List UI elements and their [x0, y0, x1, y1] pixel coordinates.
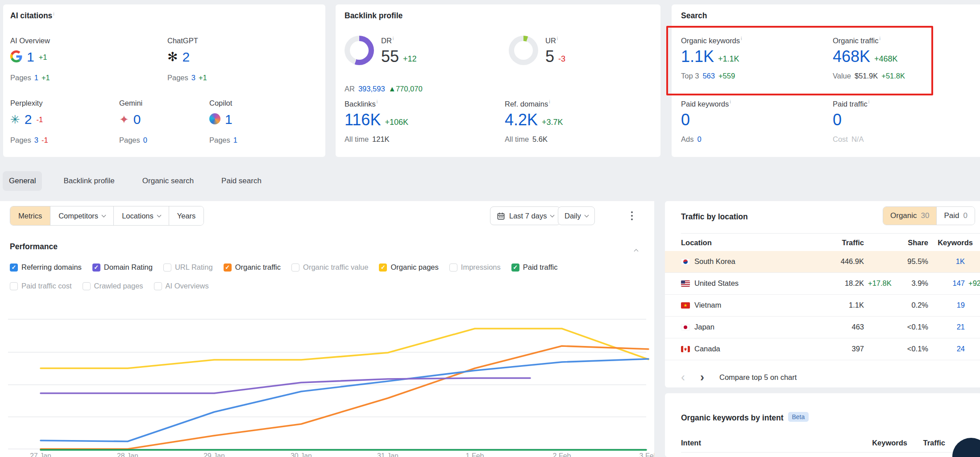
locations-button[interactable]: Locations — [114, 206, 169, 225]
pages-count[interactable]: 3 — [191, 74, 195, 82]
value-label: Value — [833, 72, 851, 80]
keywords-link[interactable]: 1K — [956, 257, 965, 266]
organic-traffic-block: Organic traffici 468K +468K Value $51.9K… — [833, 36, 905, 80]
pages-label: Pages — [167, 74, 188, 82]
top3-value[interactable]: 563 — [702, 72, 715, 80]
column-header-traffic: Traffic — [842, 239, 864, 247]
metric-checkbox-organic-traffic[interactable]: ✓Organic traffic — [224, 263, 281, 272]
paid-keywords-value[interactable]: 0 — [681, 112, 690, 128]
pages-count[interactable]: 3 — [34, 136, 38, 144]
prev-page-arrow[interactable]: ‹ — [681, 371, 685, 383]
chart-line-organic-traffic — [41, 346, 648, 449]
metric-checkbox-domain-rating[interactable]: ✓Domain Rating — [92, 263, 153, 272]
kr-flag-icon — [681, 259, 690, 265]
ref-domains-label: Ref. domains — [505, 100, 548, 108]
backlinks-value[interactable]: 116K — [345, 112, 381, 128]
info-icon[interactable]: i — [868, 99, 869, 104]
collapse-section-button[interactable] — [635, 247, 638, 255]
location-pager: ‹ › Compare top 5 on chart — [681, 371, 797, 383]
info-icon[interactable]: i — [53, 11, 54, 16]
ai-source-label: ChatGPT — [167, 37, 207, 45]
pages-count[interactable]: 1 — [34, 74, 38, 82]
metric-checkbox-paid-traffic[interactable]: ✓Paid traffic — [511, 263, 558, 272]
ai-citation-item: Gemini✦0Pages0 — [119, 99, 209, 144]
info-icon[interactable]: i — [557, 36, 558, 41]
organic-keywords-value[interactable]: 1.1K — [681, 49, 714, 65]
dr-value: 55 — [381, 49, 399, 65]
dr-delta: +12 — [403, 54, 417, 64]
metrics-button[interactable]: Metrics — [10, 206, 50, 225]
info-icon[interactable]: i — [730, 99, 731, 104]
tab-backlink-profile[interactable]: Backlink profile — [57, 171, 120, 191]
metric-checkbox-url-rating[interactable]: URL Rating — [163, 263, 213, 272]
ai-citation-count[interactable]: 0 — [133, 113, 141, 126]
info-icon[interactable]: i — [741, 36, 742, 41]
ai-citation-count[interactable]: 1 — [225, 113, 233, 126]
gemini-icon: ✦ — [119, 114, 129, 125]
backlink-profile-card: Backlink profile DRi 55 +12 AR 393,593 ▲… — [336, 4, 660, 157]
organic-traffic-value[interactable]: 468K — [833, 49, 870, 65]
ar-value[interactable]: 393,593 — [358, 85, 385, 93]
compare-top5-link[interactable]: Compare top 5 on chart — [719, 373, 797, 382]
keywords-link[interactable]: 24 — [957, 345, 965, 353]
ai-citation-count[interactable]: 2 — [25, 113, 32, 126]
metric-checkbox-referring-domains[interactable]: ✓Referring domains — [10, 263, 82, 272]
keywords-by-intent-card: Organic keywords by intentBeta Intent Ke… — [665, 393, 980, 457]
ai-citations-title: AI citations — [10, 11, 52, 20]
paid-traffic-value[interactable]: 0 — [833, 112, 842, 128]
ai-source-label: Perplexity — [10, 99, 119, 107]
traffic-by-location-title: Traffic by location — [681, 212, 748, 221]
more-options-button[interactable] — [627, 210, 636, 221]
years-button[interactable]: Years — [169, 206, 204, 225]
pages-count[interactable]: 0 — [143, 136, 147, 144]
ai-citation-item: Copilot1Pages1 — [209, 99, 237, 144]
backlinks-delta: +106K — [385, 117, 408, 128]
info-icon[interactable]: i — [549, 99, 550, 104]
next-page-arrow[interactable]: › — [700, 371, 704, 383]
info-icon[interactable]: i — [393, 36, 394, 41]
keywords-link[interactable]: 19 — [957, 301, 965, 309]
metric-checkbox-paid-traffic-cost[interactable]: Paid traffic cost — [10, 282, 72, 290]
metric-checkbox-ai-overviews[interactable]: AI Overviews — [154, 282, 209, 290]
beta-badge: Beta — [788, 412, 809, 422]
keywords-link[interactable]: 21 — [957, 323, 965, 331]
traffic-delta: +17.8K — [868, 279, 892, 288]
x-axis-tick-label: 27 Jan — [30, 452, 51, 457]
info-icon[interactable]: i — [879, 36, 880, 41]
ads-value[interactable]: 0 — [697, 135, 701, 144]
ur-label: UR — [545, 37, 556, 45]
checkbox-icon: ✓ — [224, 263, 232, 272]
metric-checkbox-organic-pages[interactable]: ✓Organic pages — [379, 263, 438, 272]
pages-count[interactable]: 1 — [233, 136, 237, 144]
ref-domains-value[interactable]: 4.2K — [505, 112, 538, 128]
backlinks-label: Backlinks — [345, 100, 376, 108]
competitors-button[interactable]: Competitors — [50, 206, 114, 225]
tab-paid-search[interactable]: Paid search — [215, 171, 268, 191]
vn-flag-icon — [681, 302, 690, 309]
ai-citation-count[interactable]: 1 — [27, 50, 34, 64]
perplexity-icon: ✳ — [10, 114, 20, 125]
metric-checkbox-organic-traffic-value[interactable]: Organic traffic value — [291, 263, 368, 272]
keywords-link[interactable]: 147 — [952, 279, 965, 288]
dr-block: DRi 55 +12 — [345, 36, 417, 65]
metric-checkbox-impressions[interactable]: Impressions — [449, 263, 501, 272]
tab-organic-search[interactable]: Organic search — [136, 171, 200, 191]
date-range-button[interactable]: Last 7 days — [490, 206, 561, 225]
ai-citations-row-2: Perplexity✳2-1Pages3-1Gemini✦0Pages0Copi… — [10, 99, 321, 144]
checkbox-label: URL Rating — [175, 263, 213, 272]
tab-general[interactable]: General — [3, 171, 42, 191]
ai-citation-count[interactable]: 2 — [182, 50, 190, 64]
granularity-button[interactable]: Daily — [558, 206, 595, 225]
metric-checkbox-row-1: ✓Referring domains✓Domain RatingURL Rati… — [10, 263, 557, 272]
performance-chart[interactable]: 27 Jan28 Jan29 Jan30 Jan31 Jan1 Feb2 Feb… — [0, 292, 654, 457]
ads-label: Ads — [681, 135, 693, 144]
share-value: 95.5% — [907, 257, 928, 266]
granularity-label: Daily — [565, 212, 581, 220]
organic-toggle-button[interactable]: Organic 30 — [883, 207, 936, 225]
info-icon[interactable]: i — [377, 99, 378, 104]
paid-toggle-button[interactable]: Paid 0 — [936, 207, 975, 225]
ai-citations-row-1: AI Overview1+1Pages1+1ChatGPT✻2Pages3+1 — [10, 37, 321, 82]
checkbox-label: Organic traffic — [235, 263, 281, 272]
metric-checkbox-crawled-pages[interactable]: Crawled pages — [83, 282, 143, 290]
ur-block: URi 5 -3 — [509, 36, 565, 65]
